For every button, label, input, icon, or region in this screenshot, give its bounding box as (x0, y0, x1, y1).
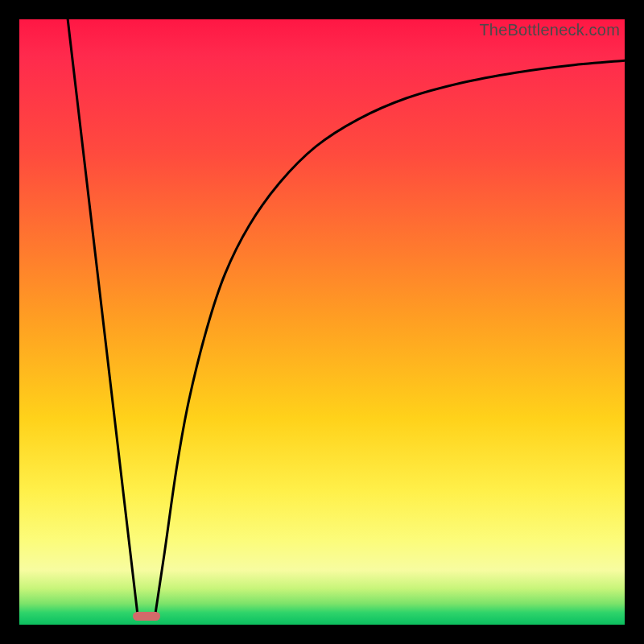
plot-area: TheBottleneck.com (19, 19, 625, 625)
left-branch-path (68, 19, 137, 613)
curve-layer (19, 19, 625, 625)
chart-frame: TheBottleneck.com (0, 0, 644, 644)
right-branch-path (155, 60, 625, 613)
minimum-marker (133, 612, 160, 621)
